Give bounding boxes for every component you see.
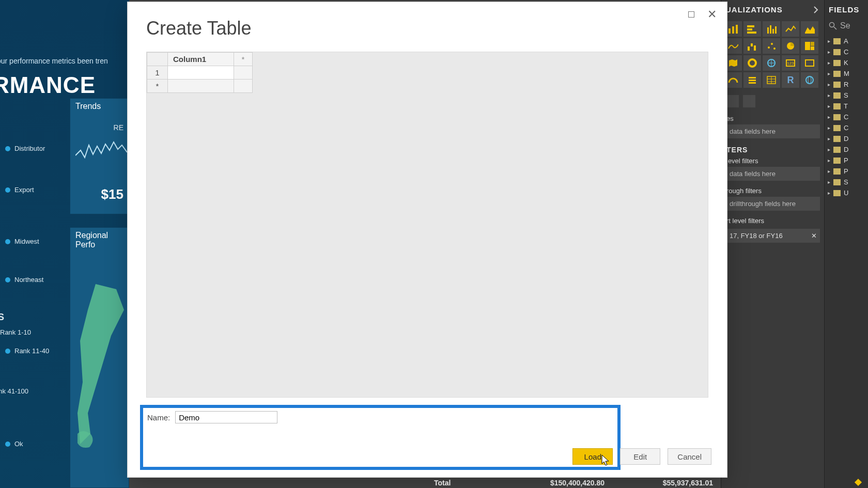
svg-rect-4 [747,28,752,30]
field-item[interactable]: ▸P [828,155,865,166]
format-tab-icon[interactable] [743,95,755,107]
legend-midwest: Midwest [5,238,39,245]
svg-rect-26 [749,80,756,81]
expand-icon: ▸ [828,114,830,120]
blank-cell [168,80,234,93]
waterfall-icon[interactable] [743,38,761,54]
filled-map-icon[interactable] [763,55,780,71]
svg-point-13 [768,46,770,49]
field-item[interactable]: ▸S [828,90,865,101]
donut-icon[interactable] [743,55,761,71]
table-name-input[interactable] [175,411,277,423]
maximize-button[interactable] [684,7,699,22]
trends-title: Trends [70,99,129,114]
table-icon [833,60,841,66]
table-icon [833,125,841,131]
legend-label: Northeast [14,276,43,284]
add-column-button[interactable]: * [234,53,253,66]
clustered-bar-icon[interactable] [743,21,761,37]
table-icon [833,168,841,175]
column-chart-icon[interactable] [763,21,780,37]
fields-tab-icon[interactable] [726,95,739,107]
filter-chip[interactable]: 17, FY18 or FY16 ✕ [725,229,820,243]
table-icon [833,71,841,77]
edit-button[interactable]: Edit [620,448,660,465]
legend-northeast: Northeast [5,276,43,284]
sparkline-icon [75,135,127,166]
kpi-icon[interactable] [801,55,818,71]
gauge-icon[interactable] [724,72,742,88]
svg-rect-17 [805,42,810,50]
fields-search[interactable]: Se [825,19,868,36]
legend-label: Distributor [14,145,45,152]
ribbon-chart-icon[interactable] [724,38,742,54]
enter-data-grid[interactable]: Column1 * 1 * [147,52,253,93]
dot-icon [5,349,10,354]
expand-icon: ▸ [828,190,830,196]
area-chart-icon[interactable] [801,21,818,37]
field-item[interactable]: ▸S [828,177,865,187]
field-item[interactable]: ▸M [828,68,865,79]
close-icon: ✕ [707,8,717,21]
field-item[interactable]: ▸T [828,101,865,112]
table-icon [833,190,841,196]
field-label: P [844,167,848,175]
map-icon[interactable] [724,55,742,71]
close-button[interactable]: ✕ [704,7,720,22]
filters-header: TERS [721,143,824,155]
r-visual-icon[interactable]: R [782,72,799,88]
column-header[interactable]: Column1 [168,53,234,66]
field-item[interactable]: ▸D [828,133,865,144]
field-label: C [844,124,848,132]
expand-icon: ▸ [828,60,830,66]
visualization-icon-grid: 123 R [721,19,824,93]
table-icon[interactable] [763,72,780,88]
r-letter: R [787,75,794,86]
dot-icon [5,146,10,151]
field-item[interactable]: ▸C [828,46,865,57]
svg-text:123: 123 [787,61,794,66]
add-row-button[interactable]: * [147,80,168,93]
field-item[interactable]: ▸A [828,36,865,46]
values-drop-area[interactable]: data fields here [725,124,820,138]
remove-filter-icon[interactable]: ✕ [811,232,817,240]
field-label: K [844,59,848,67]
slicer-icon[interactable] [743,72,761,88]
pie-chart-icon[interactable] [782,38,799,54]
table-icon [833,92,841,99]
field-item[interactable]: ▸U [828,187,865,198]
field-item[interactable]: ▸C [828,112,865,122]
page-filters-drop-area[interactable]: data fields here [725,167,820,181]
expand-icon: ▸ [828,71,830,76]
field-item[interactable]: ▸K [828,57,865,68]
table-grid-area[interactable]: Column1 * 1 * [146,52,708,398]
field-item[interactable]: ▸D [828,144,865,155]
svg-rect-7 [770,25,771,34]
field-item[interactable]: ▸R [828,79,865,90]
treemap-icon[interactable] [801,38,818,54]
scatter-icon[interactable] [763,38,780,54]
card-icon[interactable]: 123 [782,55,799,71]
line-chart-icon[interactable] [782,21,799,37]
dialog-title: Create Table [146,18,251,39]
field-item[interactable]: ▸C [828,122,865,133]
trends-card: Trends RE $15 [70,98,129,214]
corner-cell [147,53,168,66]
arcgis-icon[interactable] [801,72,818,88]
load-button[interactable]: Load [572,448,613,465]
page-level-filters-label: level filters [721,155,824,167]
field-label: T [844,102,848,110]
legend-label: Rank 11-40 [14,347,49,355]
table-icon [833,49,841,55]
svg-rect-2 [736,25,738,34]
svg-rect-8 [772,29,774,34]
cancel-button[interactable]: Cancel [668,448,711,465]
stacked-bar-icon[interactable] [724,21,742,37]
legend-label: Midwest [14,238,39,245]
svg-rect-10 [748,46,750,51]
data-cell[interactable] [168,66,234,80]
field-item[interactable]: ▸P [828,166,865,177]
chevron-right-icon[interactable] [812,6,820,14]
drillthrough-drop-area[interactable]: drillthrough fields here [725,197,820,211]
report-level-filters-label: rt level filters [721,215,824,227]
